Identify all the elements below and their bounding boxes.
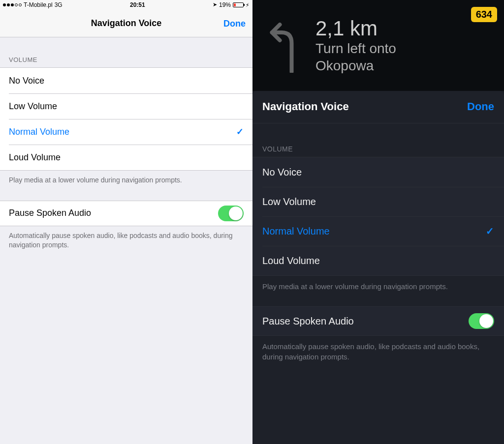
- option-label: Low Volume: [9, 101, 57, 112]
- checkmark-icon: ✓: [236, 126, 244, 137]
- status-right: ➤ 19% ⚡︎: [213, 1, 250, 8]
- option-label: Loud Volume: [262, 255, 320, 266]
- option-label: Normal Volume: [262, 226, 330, 237]
- pause-spoken-audio-row[interactable]: Pause Spoken Audio: [252, 306, 504, 336]
- route-badge: 634: [471, 7, 497, 22]
- checkmark-icon: ✓: [486, 225, 494, 237]
- option-label: No Voice: [9, 76, 44, 86]
- volume-option-loud[interactable]: Loud Volume: [0, 145, 252, 170]
- nav-bar: Navigation Voice Done: [0, 10, 252, 37]
- volume-list: No Voice Low Volume Normal Volume ✓ Loud…: [0, 67, 252, 171]
- option-label: Low Volume: [262, 196, 316, 207]
- done-button[interactable]: Done: [223, 18, 246, 29]
- turn-text: 2,1 km Turn left onto Okopowa: [315, 18, 396, 74]
- option-label: No Voice: [262, 167, 302, 178]
- turn-distance: 2,1 km: [315, 18, 396, 39]
- section-header-volume: VOLUME: [0, 37, 252, 67]
- volume-footer: Play media at a lower volume during navi…: [0, 171, 252, 185]
- volume-option-loud[interactable]: Loud Volume: [252, 246, 504, 275]
- volume-footer: Play media at a lower volume during navi…: [252, 276, 504, 292]
- volume-option-normal[interactable]: Normal Volume ✓: [252, 216, 504, 246]
- volume-option-low[interactable]: Low Volume: [0, 93, 252, 119]
- option-label: Loud Volume: [9, 152, 61, 163]
- pause-label: Pause Spoken Audio: [262, 316, 354, 327]
- navigation-banner: 2,1 km Turn left onto Okopowa 634: [252, 0, 504, 91]
- pause-switch[interactable]: [469, 313, 494, 329]
- volume-option-low[interactable]: Low Volume: [252, 187, 504, 216]
- status-bar: T-Mobile.pl 3G 20:51 ➤ 19% ⚡︎: [0, 0, 252, 10]
- settings-sheet: Navigation Voice Done VOLUME No Voice Lo…: [252, 90, 504, 444]
- sheet-header: Navigation Voice Done: [252, 90, 504, 123]
- battery-icon: [233, 2, 244, 7]
- light-pane: T-Mobile.pl 3G 20:51 ➤ 19% ⚡︎ Navigation…: [0, 0, 252, 444]
- nav-title: Navigation Voice: [91, 18, 162, 29]
- volume-list: No Voice Low Volume Normal Volume ✓ Loud…: [252, 157, 504, 276]
- status-left: T-Mobile.pl 3G: [3, 1, 63, 8]
- done-button[interactable]: Done: [467, 100, 494, 113]
- turn-instruction-line2: Okopowa: [315, 59, 396, 74]
- status-time: 20:51: [130, 1, 145, 8]
- signal-dots-icon: [3, 3, 22, 6]
- dark-pane: 2,1 km Turn left onto Okopowa 634 Naviga…: [252, 0, 504, 444]
- sheet-title: Navigation Voice: [262, 100, 349, 113]
- network-label: 3G: [55, 1, 63, 8]
- pause-footer: Automatically pause spoken audio, like p…: [252, 336, 504, 362]
- pause-footer: Automatically pause spoken audio, like p…: [0, 226, 252, 250]
- volume-option-normal[interactable]: Normal Volume ✓: [0, 119, 252, 145]
- volume-option-no-voice[interactable]: No Voice: [0, 68, 252, 93]
- carrier-label: T-Mobile.pl: [24, 1, 53, 8]
- section-header-volume: VOLUME: [252, 123, 504, 157]
- battery-percent: 19%: [219, 1, 231, 8]
- turn-left-icon: [265, 19, 307, 73]
- pause-spoken-audio-row[interactable]: Pause Spoken Audio: [0, 201, 252, 226]
- turn-instruction-line1: Turn left onto: [315, 41, 396, 57]
- pause-switch[interactable]: [218, 206, 244, 221]
- volume-option-no-voice[interactable]: No Voice: [252, 157, 504, 187]
- pause-label: Pause Spoken Audio: [9, 208, 91, 218]
- option-label: Normal Volume: [9, 127, 69, 137]
- location-icon: ➤: [213, 1, 217, 8]
- charging-icon: ⚡︎: [246, 2, 250, 8]
